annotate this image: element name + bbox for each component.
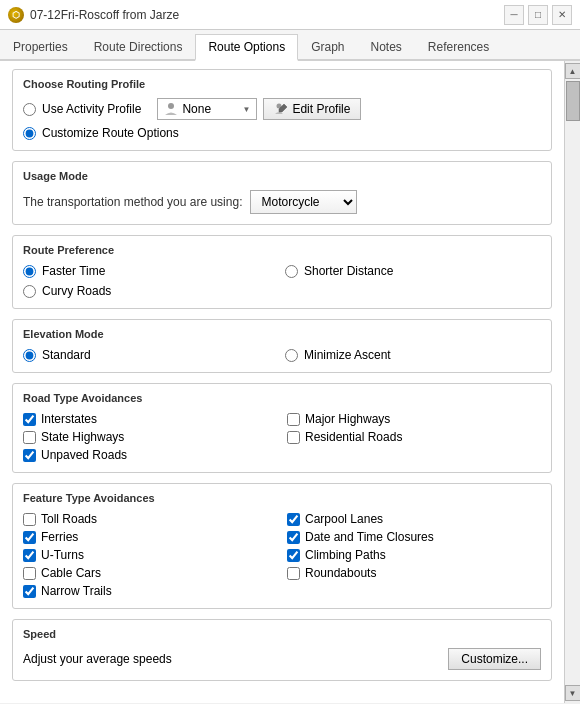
curvy-roads-label: Curvy Roads — [42, 284, 111, 298]
tab-route-options[interactable]: Route Options — [195, 34, 298, 61]
major-highways-item[interactable]: Major Highways — [287, 412, 541, 426]
routing-profile-section: Choose Routing Profile Use Activity Prof… — [12, 69, 552, 151]
ferries-label: Ferries — [41, 530, 78, 544]
tab-graph[interactable]: Graph — [298, 34, 357, 61]
customize-button[interactable]: Customize... — [448, 648, 541, 670]
minimize-ascent-radio[interactable] — [285, 349, 298, 362]
interstates-item[interactable]: Interstates — [23, 412, 277, 426]
elevation-mode-title: Elevation Mode — [23, 328, 541, 340]
narrow-trails-item[interactable]: Narrow Trails — [23, 584, 277, 598]
climbing-paths-label: Climbing Paths — [305, 548, 386, 562]
scroll-thumb[interactable] — [566, 81, 580, 121]
standard-radio[interactable] — [23, 349, 36, 362]
residential-roads-checkbox[interactable] — [287, 431, 300, 444]
feature-type-avoidances-title: Feature Type Avoidances — [23, 492, 541, 504]
u-turns-checkbox[interactable] — [23, 549, 36, 562]
main-content: Choose Routing Profile Use Activity Prof… — [0, 61, 580, 703]
minimize-ascent-option[interactable]: Minimize Ascent — [285, 348, 541, 362]
speed-row: Adjust your average speeds Customize... — [23, 648, 541, 670]
curvy-roads-option[interactable]: Curvy Roads — [23, 284, 279, 298]
u-turns-label: U-Turns — [41, 548, 84, 562]
interstates-label: Interstates — [41, 412, 97, 426]
usage-mode-section: Usage Mode The transportation method you… — [12, 161, 552, 225]
usage-mode-title: Usage Mode — [23, 170, 541, 182]
customize-route-option[interactable]: Customize Route Options — [23, 126, 541, 140]
toll-roads-label: Toll Roads — [41, 512, 97, 526]
toll-roads-checkbox[interactable] — [23, 513, 36, 526]
ferries-item[interactable]: Ferries — [23, 530, 277, 544]
shorter-distance-radio[interactable] — [285, 265, 298, 278]
customize-route-radio[interactable] — [23, 127, 36, 140]
scrollbar[interactable]: ▲ ▼ — [564, 61, 580, 703]
climbing-paths-item[interactable]: Climbing Paths — [287, 548, 541, 562]
svg-point-0 — [168, 103, 174, 109]
window-title: 07-12Fri-Roscoff from Jarze — [30, 8, 179, 22]
use-activity-label: Use Activity Profile — [42, 102, 141, 116]
toll-roads-item[interactable]: Toll Roads — [23, 512, 277, 526]
tab-bar: Properties Route Directions Route Option… — [0, 30, 580, 61]
route-preference-section: Route Preference Faster Time Shorter Dis… — [12, 235, 552, 309]
date-time-closures-checkbox[interactable] — [287, 531, 300, 544]
scroll-up-button[interactable]: ▲ — [565, 63, 581, 79]
narrow-trails-label: Narrow Trails — [41, 584, 112, 598]
routing-profile-title: Choose Routing Profile — [23, 78, 541, 90]
date-time-closures-item[interactable]: Date and Time Closures — [287, 530, 541, 544]
interstates-checkbox[interactable] — [23, 413, 36, 426]
minimize-button[interactable]: ─ — [504, 5, 524, 25]
roundabouts-label: Roundabouts — [305, 566, 376, 580]
speed-title: Speed — [23, 628, 541, 640]
transport-row: The transportation method you are using:… — [23, 190, 541, 214]
faster-time-option[interactable]: Faster Time — [23, 264, 279, 278]
standard-label: Standard — [42, 348, 91, 362]
faster-time-label: Faster Time — [42, 264, 105, 278]
profile-dropdown[interactable]: None ▼ — [157, 98, 257, 120]
window-controls: ─ □ ✕ — [504, 5, 572, 25]
road-type-avoidances-section: Road Type Avoidances Interstates Major H… — [12, 383, 552, 473]
major-highways-checkbox[interactable] — [287, 413, 300, 426]
feature-type-avoidances-section: Feature Type Avoidances Toll Roads Carpo… — [12, 483, 552, 609]
climbing-paths-checkbox[interactable] — [287, 549, 300, 562]
residential-roads-item[interactable]: Residential Roads — [287, 430, 541, 444]
unpaved-roads-item[interactable]: Unpaved Roads — [23, 448, 277, 462]
scroll-down-button[interactable]: ▼ — [565, 685, 581, 701]
standard-option[interactable]: Standard — [23, 348, 279, 362]
tab-route-directions[interactable]: Route Directions — [81, 34, 196, 61]
cable-cars-checkbox[interactable] — [23, 567, 36, 580]
edit-profile-label: Edit Profile — [292, 102, 350, 116]
customize-route-label: Customize Route Options — [42, 126, 179, 140]
state-highways-label: State Highways — [41, 430, 124, 444]
window-icon: ⬡ — [8, 7, 24, 23]
unpaved-roads-checkbox[interactable] — [23, 449, 36, 462]
u-turns-item[interactable]: U-Turns — [23, 548, 277, 562]
scroll-area[interactable]: Choose Routing Profile Use Activity Prof… — [0, 61, 564, 703]
ferries-checkbox[interactable] — [23, 531, 36, 544]
elevation-mode-section: Elevation Mode Standard Minimize Ascent — [12, 319, 552, 373]
speed-description: Adjust your average speeds — [23, 652, 172, 666]
carpool-lanes-item[interactable]: Carpool Lanes — [287, 512, 541, 526]
date-time-closures-label: Date and Time Closures — [305, 530, 434, 544]
carpool-lanes-checkbox[interactable] — [287, 513, 300, 526]
tab-properties[interactable]: Properties — [0, 34, 81, 61]
residential-roads-label: Residential Roads — [305, 430, 402, 444]
roundabouts-checkbox[interactable] — [287, 567, 300, 580]
maximize-button[interactable]: □ — [528, 5, 548, 25]
close-button[interactable]: ✕ — [552, 5, 572, 25]
transportation-select[interactable]: Motorcycle Bicycle Walking Driving — [250, 190, 357, 214]
use-activity-row: Use Activity Profile None ▼ — [23, 98, 541, 120]
state-highways-checkbox[interactable] — [23, 431, 36, 444]
cable-cars-item[interactable]: Cable Cars — [23, 566, 277, 580]
shorter-distance-option[interactable]: Shorter Distance — [285, 264, 541, 278]
tab-references[interactable]: References — [415, 34, 502, 61]
tab-notes[interactable]: Notes — [358, 34, 415, 61]
title-bar: ⬡ 07-12Fri-Roscoff from Jarze ─ □ ✕ — [0, 0, 580, 30]
state-highways-item[interactable]: State Highways — [23, 430, 277, 444]
edit-profile-button[interactable]: Edit Profile — [263, 98, 361, 120]
use-activity-option[interactable]: Use Activity Profile — [23, 102, 141, 116]
roundabouts-item[interactable]: Roundabouts — [287, 566, 541, 580]
faster-time-radio[interactable] — [23, 265, 36, 278]
transport-description: The transportation method you are using: — [23, 195, 242, 209]
route-preference-title: Route Preference — [23, 244, 541, 256]
narrow-trails-checkbox[interactable] — [23, 585, 36, 598]
use-activity-radio[interactable] — [23, 103, 36, 116]
curvy-roads-radio[interactable] — [23, 285, 36, 298]
